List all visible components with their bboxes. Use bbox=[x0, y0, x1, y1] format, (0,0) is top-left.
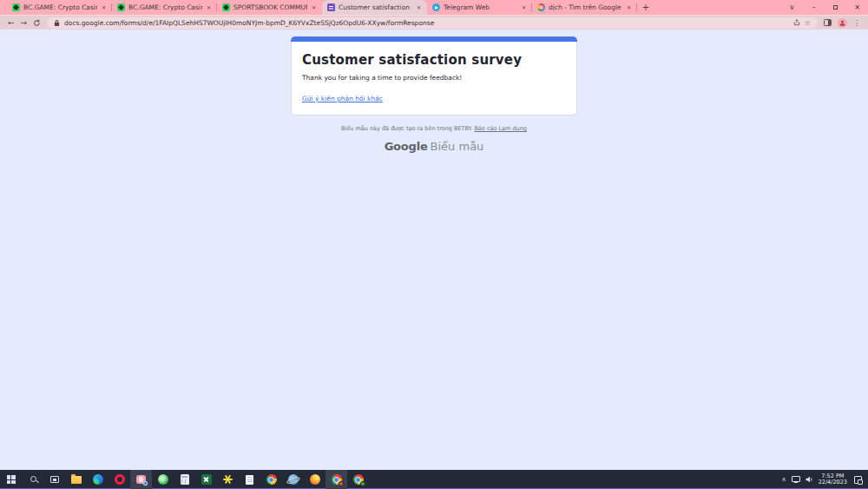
tab-close-icon[interactable]: ✕ bbox=[521, 4, 527, 10]
system-tray: ∧ 7:52 PM 22/4/2023 bbox=[776, 470, 868, 489]
profile-avatar[interactable] bbox=[838, 18, 847, 28]
forms-logo-text: Biểu mẫu bbox=[431, 140, 484, 153]
form-confirmation-card: Customer satisfaction survey Thank you f… bbox=[291, 42, 577, 116]
edge-icon bbox=[93, 474, 103, 485]
browser-menu-icon[interactable]: ⋮ bbox=[853, 19, 860, 27]
tab-customer-satisfaction-survey[interactable]: Customer satisfaction survey ✕ bbox=[322, 0, 427, 15]
taskbar-clock[interactable]: 7:52 PM 22/4/2023 bbox=[819, 473, 847, 486]
task-view-icon bbox=[50, 476, 59, 483]
tab-bcgame-2[interactable]: BC.GAME: Crypto Casino Games ✕ bbox=[112, 0, 217, 15]
reload-button[interactable] bbox=[33, 19, 41, 27]
telegram-favicon bbox=[432, 3, 440, 11]
firefox-icon bbox=[310, 474, 320, 485]
tab-close-icon[interactable]: ✕ bbox=[626, 4, 632, 10]
tab-title: Customer satisfaction survey bbox=[339, 3, 412, 11]
green-profile-badge bbox=[360, 481, 365, 486]
taskbar-search-button[interactable] bbox=[22, 470, 43, 489]
form-notice: Biểu mẫu này đã được tạo ra bên trong BE… bbox=[291, 125, 577, 132]
tab-sportsbook-survey[interactable]: SPORTSBOOK COMMUNITY SUR ✕ bbox=[217, 0, 322, 15]
yellow-app-button[interactable] bbox=[217, 470, 239, 489]
share-icon bbox=[793, 19, 800, 26]
opera-button[interactable] bbox=[108, 470, 130, 489]
excel-icon bbox=[201, 474, 212, 485]
share-button[interactable] bbox=[793, 19, 800, 26]
folder-icon bbox=[71, 476, 82, 484]
tab-telegram-web[interactable]: Telegram Web ✕ bbox=[427, 0, 532, 15]
volume-icon[interactable] bbox=[806, 476, 813, 483]
tab-google-search[interactable]: dịch - Tìm trên Google ✕ bbox=[532, 0, 637, 15]
google-forms-favicon bbox=[327, 3, 335, 11]
excel-button[interactable] bbox=[195, 470, 217, 489]
google-logo-text: Google bbox=[385, 140, 428, 153]
address-bar[interactable]: docs.google.com/forms/d/e/1FAIpQLSehHS7W… bbox=[47, 17, 818, 29]
edge-button[interactable] bbox=[87, 470, 108, 489]
tray-expand-icon[interactable]: ∧ bbox=[782, 476, 786, 483]
tab-close-icon[interactable]: ✕ bbox=[206, 4, 212, 10]
confirmation-message: Thank you for taking a time to provide f… bbox=[302, 74, 566, 82]
opera-icon bbox=[115, 474, 125, 485]
form-response-page: Customer satisfaction survey Thank you f… bbox=[0, 30, 868, 470]
pink-app-button[interactable] bbox=[130, 470, 152, 489]
bookmark-star-icon[interactable]: ☆ bbox=[805, 19, 811, 27]
tab-bcgame-1[interactable]: BC.GAME: Crypto Casino Games ✕ bbox=[7, 0, 112, 15]
url-text[interactable]: docs.google.com/forms/d/e/1FAIpQLSehHS7W… bbox=[64, 19, 789, 27]
bcgame-favicon bbox=[222, 3, 230, 11]
back-button[interactable]: ← bbox=[8, 19, 15, 27]
network-icon[interactable] bbox=[792, 476, 800, 482]
bcgame-favicon bbox=[117, 3, 125, 11]
restore-button[interactable] bbox=[825, 3, 846, 11]
windows-taskbar: ∧ 7:52 PM 22/4/2023 bbox=[0, 470, 868, 489]
red-profile-badge bbox=[339, 481, 344, 486]
tab-title: BC.GAME: Crypto Casino Games bbox=[128, 3, 202, 11]
browser-toolbar: ← → docs.google.com/forms/d/e/1FAIpQLSeh… bbox=[0, 15, 868, 30]
form-column: Customer satisfaction survey Thank you f… bbox=[291, 30, 577, 153]
submit-another-response-link[interactable]: Gửi ý kiến phản hồi khác bbox=[302, 95, 383, 102]
chrome-button[interactable] bbox=[260, 470, 282, 489]
tab-close-icon[interactable]: ✕ bbox=[101, 4, 107, 10]
green-app-icon bbox=[158, 474, 168, 485]
close-button[interactable]: ✕ bbox=[846, 3, 868, 11]
notepad-icon bbox=[246, 475, 253, 485]
task-view-button[interactable] bbox=[43, 470, 65, 489]
globe-app-button[interactable] bbox=[282, 470, 304, 489]
windows-logo-icon bbox=[7, 475, 16, 484]
notepad-button[interactable] bbox=[239, 470, 260, 489]
tab-close-icon[interactable]: ✕ bbox=[311, 4, 317, 10]
start-button[interactable] bbox=[0, 470, 22, 489]
reload-icon bbox=[33, 19, 41, 27]
file-explorer-button[interactable] bbox=[65, 470, 87, 489]
green-app-button[interactable] bbox=[152, 470, 174, 489]
action-center-icon[interactable] bbox=[854, 476, 862, 484]
pink-app-icon bbox=[136, 475, 146, 484]
notice-text: Biểu mẫu này đã được tạo ra bên trong BE… bbox=[341, 125, 474, 132]
google-favicon bbox=[537, 3, 545, 11]
tab-title: SPORTSBOOK COMMUNITY SUR bbox=[233, 3, 307, 11]
yellow-asterisk-icon bbox=[223, 475, 233, 485]
report-abuse-link[interactable]: Báo cáo Lạm dụng bbox=[474, 125, 527, 132]
new-tab-button[interactable]: + bbox=[637, 0, 654, 15]
calculator-icon bbox=[181, 474, 189, 485]
form-title: Customer satisfaction survey bbox=[302, 52, 566, 68]
chrome-profile-red-button[interactable] bbox=[326, 470, 347, 489]
chrome-icon bbox=[266, 474, 277, 485]
firefox-button[interactable] bbox=[304, 470, 326, 489]
tab-strip: BC.GAME: Crypto Casino Games ✕ BC.GAME: … bbox=[0, 0, 868, 15]
calculator-button[interactable] bbox=[174, 470, 195, 489]
forward-button[interactable]: → bbox=[21, 19, 28, 27]
minimize-button[interactable]: – bbox=[803, 3, 825, 11]
google-forms-logo: GoogleBiểu mẫu bbox=[291, 140, 577, 153]
tab-title: dịch - Tìm trên Google bbox=[549, 3, 622, 11]
tab-title: BC.GAME: Crypto Casino Games bbox=[23, 3, 97, 11]
side-panel-icon bbox=[824, 19, 832, 26]
lock-icon bbox=[54, 19, 60, 27]
chrome-profile-green-button[interactable] bbox=[347, 470, 369, 489]
window-controls: ∨ – ✕ bbox=[781, 0, 868, 15]
tab-search-chevron-icon[interactable]: ∨ bbox=[781, 3, 803, 11]
clock-date: 22/4/2023 bbox=[819, 479, 847, 486]
person-icon bbox=[839, 20, 845, 26]
side-panel-button[interactable] bbox=[824, 19, 832, 26]
tab-close-icon[interactable]: ✕ bbox=[416, 4, 422, 10]
tab-title: Telegram Web bbox=[444, 3, 517, 11]
restore-icon bbox=[833, 5, 838, 10]
search-icon bbox=[30, 476, 36, 482]
